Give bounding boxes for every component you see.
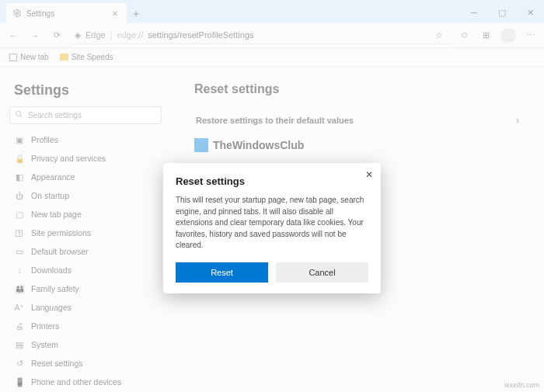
reset-settings-dialog: ✕ Reset settings This will reset your st… (163, 163, 381, 293)
reset-button[interactable]: Reset (176, 262, 268, 283)
dialog-title: Reset settings (176, 175, 368, 187)
cancel-button[interactable]: Cancel (276, 262, 368, 283)
dialog-body: This will reset your startup page, new t… (176, 195, 368, 252)
watermark: wsxdn.com (504, 381, 539, 389)
dialog-buttons: Reset Cancel (176, 262, 368, 283)
modal-overlay: ✕ Reset settings This will reset your st… (0, 0, 544, 392)
dialog-close-button[interactable]: ✕ (365, 169, 373, 180)
